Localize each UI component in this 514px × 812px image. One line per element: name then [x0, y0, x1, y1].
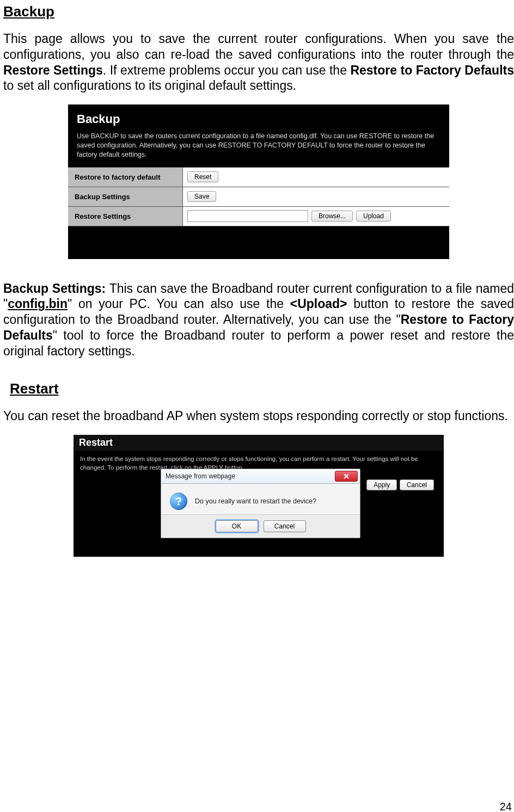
- backup-settings-label: Backup Settings: [68, 187, 183, 206]
- backup-intro: This page allows you to save the current…: [3, 31, 514, 94]
- backup-settings-paragraph: Backup Settings: This can save the Broad…: [3, 281, 514, 359]
- upload-button[interactable]: Upload: [356, 211, 391, 222]
- backup-screenshot: Backup Use BACKUP to save the routers cu…: [68, 104, 449, 259]
- dialog-titlebar: Message from webpage: [161, 469, 360, 484]
- restart-intro: You can reset the broadband AP when syst…: [3, 408, 514, 424]
- dialog-message: Do you really want to restart the device…: [195, 497, 316, 505]
- confirm-dialog: Message from webpage ? Do you really wan…: [161, 469, 360, 538]
- backup-panel-desc: Use BACKUP to save the routers current c…: [68, 128, 449, 167]
- factory-default-label: Restore to factory default: [68, 168, 183, 187]
- row-factory-default: Restore to factory default Reset: [68, 167, 449, 187]
- question-icon: ?: [170, 493, 187, 510]
- text: . If extreme problems occur you can use …: [103, 63, 351, 77]
- dialog-title-text: Message from webpage: [166, 472, 335, 480]
- save-button[interactable]: Save: [187, 191, 216, 202]
- close-icon[interactable]: [335, 471, 358, 482]
- dialog-cancel-button[interactable]: Cancel: [264, 520, 306, 532]
- cancel-button[interactable]: Cancel: [400, 479, 434, 490]
- backup-panel-title: Backup: [68, 108, 449, 128]
- dialog-ok-button[interactable]: OK: [216, 520, 258, 532]
- upload-bold: <Upload>: [290, 297, 347, 311]
- text: " tool to force the Broadband router to …: [3, 328, 514, 358]
- backup-settings-lead: Backup Settings:: [3, 281, 106, 296]
- row-backup-settings: Backup Settings Save: [68, 187, 449, 206]
- backup-grid: Restore to factory default Reset Backup …: [68, 167, 449, 226]
- browse-button[interactable]: Browse...: [311, 211, 353, 222]
- file-path-input[interactable]: [187, 210, 308, 222]
- restore-factory-bold: Restore to Factory Defaults: [350, 63, 514, 77]
- row-restore-settings: Restore Settings Browse... Upload: [68, 206, 449, 226]
- restart-screenshot: Restart In the event the system stops re…: [74, 435, 444, 557]
- text: " on your PC. You can also use the: [68, 297, 290, 311]
- restore-settings-bold: Restore Settings: [3, 63, 103, 77]
- restart-heading: Restart: [10, 380, 514, 397]
- restore-settings-label: Restore Settings: [68, 207, 183, 226]
- page-number: 24: [500, 801, 512, 812]
- configbin-text: config.bin: [8, 297, 68, 311]
- backup-heading: Backup: [3, 3, 514, 20]
- apply-button[interactable]: Apply: [366, 479, 397, 490]
- reset-button[interactable]: Reset: [187, 171, 218, 182]
- text: to set all configurations to its origina…: [3, 78, 296, 93]
- text: This page allows you to save the current…: [3, 32, 514, 61]
- restart-panel-title: Restart: [74, 435, 444, 451]
